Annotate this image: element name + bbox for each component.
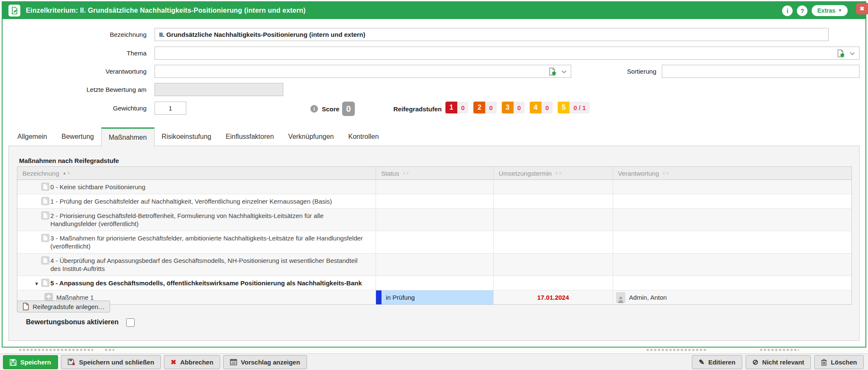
bezeichnung-input[interactable] bbox=[155, 28, 829, 41]
extras-button[interactable]: Extras ▼ bbox=[812, 5, 848, 16]
maturity-level-row[interactable]: 4 - Überprüfung auf Anpassungsbedarf des… bbox=[17, 254, 851, 276]
empty-cell bbox=[494, 231, 613, 253]
bezeichnung-cell: 2 - Priorisierung Geschäftsfeld-Betroffe… bbox=[17, 209, 376, 231]
status-label: in Prüfung bbox=[376, 294, 415, 301]
bonus-checkbox[interactable] bbox=[126, 318, 135, 327]
maturity-level-row[interactable]: 0 - Keine sichtbare Positionierung bbox=[17, 180, 851, 194]
tab-risikoeinstufung[interactable]: Risikoeinstufung bbox=[155, 127, 218, 146]
tab-einflussfaktoren[interactable]: Einflussfaktoren bbox=[218, 127, 281, 146]
table-header-row: Bezeichnung▲▼Status∧∨Umsetzungstermin∧∨V… bbox=[17, 167, 851, 180]
maturity-level-row[interactable]: 2 - Priorisierung Geschäftsfeld-Betroffe… bbox=[17, 209, 851, 231]
verantwortung-label: Verantwortung bbox=[41, 68, 147, 75]
measure-due-date: 17.01.2024 bbox=[494, 290, 613, 304]
thema-label: Thema bbox=[41, 50, 147, 57]
tab-allgemein[interactable]: Allgemein bbox=[10, 127, 54, 146]
maturity-level-number: 1 bbox=[445, 102, 457, 113]
chevron-down-icon[interactable] bbox=[561, 69, 567, 75]
not-relevant-icon: ⊘ bbox=[752, 359, 758, 366]
gewichtung-input[interactable] bbox=[155, 102, 186, 115]
maturity-level-row[interactable]: ▼5 - Anpassung des Geschäftsmodells, öff… bbox=[17, 276, 851, 290]
tab-verknuepfungen[interactable]: Verknüpfungen bbox=[281, 127, 341, 146]
empty-cell bbox=[376, 180, 494, 194]
chevron-down-icon: ▼ bbox=[838, 8, 842, 13]
help-icon[interactable]: ? bbox=[797, 6, 807, 16]
bezeichnung-cell: ▼5 - Anpassung des Geschäftsmodells, öff… bbox=[17, 276, 376, 290]
maturity-level-count: 0 bbox=[485, 102, 496, 113]
column-header-verantwortung[interactable]: Verantwortung∧∨ bbox=[613, 167, 851, 179]
maturity-level-number: 3 bbox=[502, 102, 514, 113]
gewichtung-label: Gewichtung bbox=[41, 105, 147, 112]
button-label: Abbrechen bbox=[180, 359, 213, 366]
maturity-level-label: 0 - Keine sichtbare Positionierung bbox=[50, 183, 145, 191]
column-header-umsetzungstermin[interactable]: Umsetzungstermin∧∨ bbox=[494, 167, 613, 179]
floppy-close-icon: ✖ bbox=[68, 359, 75, 366]
maturity-level-count: 0 bbox=[457, 102, 468, 113]
sort-asc-icon: ▲▼ bbox=[63, 171, 71, 175]
verantwortung-input[interactable] bbox=[155, 65, 571, 77]
maturity-level-number: 4 bbox=[530, 102, 542, 113]
footer-toolbar: Speichern✖Speichern und schließen✖Abbrec… bbox=[0, 353, 868, 370]
close-icon[interactable]: ✖ bbox=[856, 3, 868, 14]
maturity-level-label: 3 - Maßnahmen für priorisierte Geschäfts… bbox=[50, 235, 363, 250]
empty-cell bbox=[494, 209, 613, 231]
bezeichnung-cell: 3 - Maßnahmen für priorisierte Geschäfts… bbox=[17, 231, 376, 253]
empty-cell bbox=[376, 254, 494, 276]
measure-row[interactable]: Maßnahme 1in Prüfung17.01.2024Admin, Ant… bbox=[17, 290, 851, 304]
save-and-close-button[interactable]: ✖Speichern und schließen bbox=[61, 355, 161, 369]
add-maturity-level-label: Reifegradstufe anlegen… bbox=[33, 303, 105, 310]
tab-massnahmen[interactable]: Maßnahmen bbox=[101, 127, 155, 146]
column-header-label: Umsetzungstermin bbox=[499, 170, 552, 177]
proposal-icon bbox=[230, 359, 237, 365]
delete-button[interactable]: Löschen bbox=[814, 355, 864, 369]
cancel-button[interactable]: ✖Abbrechen bbox=[164, 355, 220, 369]
maturity-level-icon bbox=[41, 211, 50, 220]
show-proposal-button[interactable]: Vorschlag anzeigen bbox=[223, 355, 307, 369]
tab-kontrollen[interactable]: Kontrollen bbox=[341, 127, 386, 146]
status-color-bar bbox=[376, 290, 381, 304]
empty-cell bbox=[376, 276, 494, 290]
trash-icon bbox=[821, 359, 827, 366]
not-relevant-button[interactable]: ⊘Nicht relevant bbox=[746, 355, 811, 369]
maturity-badge-5[interactable]: 50 / 1 bbox=[558, 102, 589, 113]
letzte-bewertung-label: Letzte Bewertung am bbox=[41, 86, 147, 93]
tab-bewertung[interactable]: Bewertung bbox=[54, 127, 101, 146]
thema-input[interactable] bbox=[155, 47, 859, 59]
empty-cell bbox=[613, 209, 851, 231]
column-header-status[interactable]: Status∧∨ bbox=[376, 167, 494, 179]
button-label: Speichern bbox=[20, 359, 51, 366]
empty-cell bbox=[494, 254, 613, 276]
collapse-caret-icon[interactable]: ▼ bbox=[34, 280, 39, 288]
maturity-badge-4[interactable]: 40 bbox=[530, 102, 553, 113]
sortierung-input[interactable] bbox=[662, 65, 860, 78]
empty-cell bbox=[494, 194, 613, 208]
chevron-down-icon[interactable] bbox=[849, 50, 856, 56]
maturity-level-icon bbox=[41, 234, 50, 242]
maturity-badge-2[interactable]: 20 bbox=[473, 102, 496, 113]
empty-cell bbox=[376, 209, 494, 231]
score-info-icon[interactable]: i bbox=[310, 105, 318, 113]
bezeichnung-cell: 4 - Überprüfung auf Anpassungsbedarf des… bbox=[17, 254, 376, 276]
new-entry-icon[interactable]: ✱ bbox=[548, 67, 556, 76]
edit-button[interactable]: ✎Editieren bbox=[692, 355, 742, 369]
new-entry-icon[interactable]: ✱ bbox=[836, 49, 845, 58]
maturity-level-row[interactable]: 3 - Maßnahmen für priorisierte Geschäfts… bbox=[17, 231, 851, 254]
sort-icons: ∧∨ bbox=[555, 171, 562, 175]
info-icon[interactable]: i bbox=[782, 6, 793, 16]
save-button[interactable]: Speichern bbox=[3, 355, 58, 369]
empty-cell bbox=[613, 276, 851, 290]
maturity-level-row[interactable]: 1 - Prüfung der Geschäftsfelder auf Nach… bbox=[17, 194, 851, 209]
add-maturity-level-button[interactable]: Reifegradstufe anlegen… bbox=[17, 301, 110, 312]
measure-name: Maßnahme 1 bbox=[56, 294, 94, 301]
bezeichnung-cell: 0 - Keine sichtbare Positionierung bbox=[17, 180, 376, 194]
thema-field: ✱ bbox=[155, 47, 860, 60]
column-header-bezeichnung[interactable]: Bezeichnung▲▼ bbox=[17, 167, 376, 179]
empty-cell bbox=[376, 194, 494, 208]
svg-text:✱: ✱ bbox=[840, 52, 845, 58]
maturity-badge-3[interactable]: 30 bbox=[502, 102, 525, 113]
footer-right-buttons: ✎Editieren⊘Nicht relevantLöschen bbox=[692, 355, 864, 369]
button-label: Speichern und schließen bbox=[79, 359, 155, 366]
empty-cell bbox=[613, 254, 851, 276]
score-badge: 0 bbox=[342, 102, 355, 116]
maturity-level-count: 0 bbox=[542, 102, 553, 113]
maturity-badge-1[interactable]: 10 bbox=[445, 102, 468, 113]
